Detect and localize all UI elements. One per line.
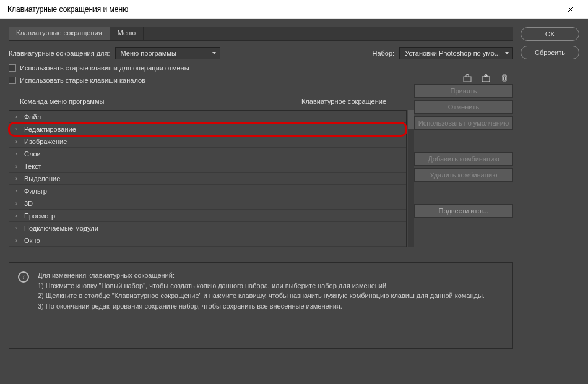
checkbox-legacy-undo-row: Использовать старые клавиши для операции…: [9, 64, 513, 72]
tree-item-label: Фильтр: [24, 187, 47, 195]
tree-item-label: Изображение: [24, 138, 67, 145]
info-icon: i: [18, 271, 29, 283]
chevron-right-icon: ›: [15, 151, 20, 157]
delete-set-button[interactable]: [498, 72, 511, 84]
help-line3: 3) По окончании редактирования сохраните…: [38, 301, 485, 312]
save-set-button[interactable]: [480, 72, 492, 84]
chevron-right-icon: ›: [15, 188, 20, 194]
checkbox-legacy-undo[interactable]: [9, 64, 16, 72]
chevron-right-icon: ›: [15, 213, 20, 219]
middle-area: Команда меню программы Клавиатурное сокр…: [9, 84, 513, 247]
chevron-right-icon: ›: [15, 200, 20, 207]
tab-shortcuts[interactable]: Клавиатурные сокращения: [9, 27, 110, 40]
tree-section: Команда меню программы Клавиатурное сокр…: [9, 84, 407, 247]
window-title: Клавиатурные сокращения и меню: [7, 5, 128, 14]
tree-item-label: Текст: [24, 163, 41, 170]
gap2: [414, 184, 513, 202]
tree-item[interactable]: ›Файл: [9, 111, 406, 123]
tree-item[interactable]: ›Редактирование: [9, 123, 406, 135]
summarize-button[interactable]: Подвести итог...: [414, 204, 513, 218]
help-text: Для изменения клавиатурных сокращений: 1…: [38, 270, 485, 341]
tree-item-label: Редактирование: [24, 126, 76, 133]
undo-button[interactable]: Отменить: [414, 100, 513, 114]
help-box: i Для изменения клавиатурных сокращений:…: [9, 262, 513, 349]
save-set-icon: [481, 74, 491, 82]
close-button[interactable]: [558, 1, 583, 18]
tree-item[interactable]: ›Фильтр: [9, 185, 406, 197]
tree-area: ›Файл›Редактирование›Изображение›Слои›Те…: [9, 110, 407, 247]
chevron-right-icon: ›: [15, 126, 20, 132]
accept-button[interactable]: Принять: [414, 84, 513, 98]
help-line1: 1) Нажмите кнопку "Новый набор", чтобы с…: [38, 281, 485, 291]
gap: [414, 132, 513, 150]
chevron-right-icon: ›: [15, 225, 20, 231]
tree-item-label: Файл: [24, 113, 41, 121]
new-set-button[interactable]: [461, 72, 473, 84]
chevron-right-icon: ›: [15, 176, 20, 182]
use-default-button[interactable]: Использовать по умолчанию: [414, 116, 513, 130]
ok-button[interactable]: ОК: [521, 27, 579, 41]
tree-item[interactable]: ›Просмотр: [9, 210, 406, 222]
new-set-icon: [462, 74, 472, 82]
set-value: Установки Photoshop по умо...: [405, 49, 500, 57]
tree-item[interactable]: ›Текст: [9, 160, 406, 173]
dialog-window: Клавиатурные сокращения и меню Клавиатур…: [0, 0, 588, 384]
action-column: Принять Отменить Использовать по умолчан…: [414, 84, 513, 247]
tree-item-label: Просмотр: [24, 212, 55, 220]
chevron-right-icon: ›: [15, 163, 20, 169]
tab-menus[interactable]: Меню: [110, 27, 144, 40]
shortcuts-for-dropdown[interactable]: Меню программы: [115, 47, 220, 59]
header-command: Команда меню программы: [9, 98, 301, 105]
help-line2: 2) Щелкните в столбце "Клавиатурное сокр…: [38, 291, 485, 301]
delete-combo-button[interactable]: Удалить комбинацию: [414, 168, 513, 182]
svg-rect-1: [482, 77, 490, 82]
set-label: Набор:: [372, 49, 394, 57]
tree-item[interactable]: ›Слои: [9, 148, 406, 160]
tree-item-label: Выделение: [24, 175, 60, 182]
checkbox-legacy-undo-label: Использовать старые клавиши для операции…: [20, 64, 189, 72]
tree-item-label: Подключаемые модули: [24, 224, 98, 232]
chevron-right-icon: ›: [15, 237, 20, 244]
tree-item[interactable]: ›Подключаемые модули: [9, 222, 406, 234]
help-title: Для изменения клавиатурных сокращений:: [38, 270, 485, 281]
controls-row: Клавиатурные сокращения для: Меню програ…: [9, 47, 513, 59]
tree-item-label: 3D: [24, 200, 33, 207]
command-tree: ›Файл›Редактирование›Изображение›Слои›Те…: [9, 110, 407, 247]
column-headers: Команда меню программы Клавиатурное сокр…: [9, 95, 407, 108]
titlebar: Клавиатурные сокращения и меню: [0, 0, 588, 19]
tree-item[interactable]: ›Выделение: [9, 173, 406, 185]
svg-rect-0: [464, 77, 471, 82]
set-dropdown[interactable]: Установки Photoshop по умо...: [399, 47, 513, 59]
shortcuts-for-value: Меню программы: [121, 49, 176, 57]
tabs: Клавиатурные сокращения Меню: [9, 27, 513, 41]
dialog-body: Клавиатурные сокращения Меню Клавиатурны…: [0, 19, 588, 384]
tree-item-label: Слои: [24, 150, 41, 158]
add-combo-button[interactable]: Добавить комбинацию: [414, 152, 513, 166]
close-icon: [568, 6, 574, 12]
main-column: Клавиатурные сокращения Меню Клавиатурны…: [0, 27, 513, 375]
tree-item[interactable]: ›3D: [9, 197, 406, 210]
scrollbar[interactable]: [408, 110, 414, 247]
tree-item[interactable]: ›Изображение: [9, 135, 406, 148]
chevron-right-icon: ›: [15, 114, 20, 120]
tree-item[interactable]: ›Окно: [9, 234, 406, 247]
tree-item-label: Окно: [24, 237, 40, 244]
side-column: ОК Сбросить: [521, 27, 579, 375]
chevron-right-icon: ›: [15, 139, 20, 145]
icon-row: [9, 72, 513, 84]
scroll-thumb[interactable]: [408, 110, 414, 129]
trash-icon: [500, 74, 509, 82]
header-shortcut: Клавиатурное сокращение: [301, 98, 407, 105]
reset-button[interactable]: Сбросить: [521, 46, 579, 59]
shortcuts-for-label: Клавиатурные сокращения для:: [9, 49, 110, 57]
